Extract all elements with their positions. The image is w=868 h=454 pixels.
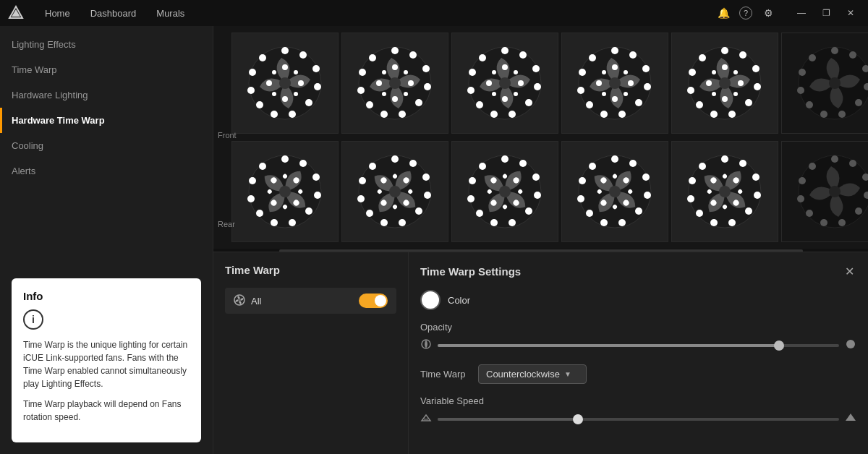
- svg-point-75: [579, 69, 586, 76]
- sidebar-item-time-warp[interactable]: Time Warp: [0, 57, 213, 82]
- svg-point-150: [357, 195, 365, 202]
- fan-cell-rear-3[interactable]: [451, 141, 558, 242]
- sidebar-item-alerts[interactable]: Alerts: [0, 158, 213, 184]
- fan-cell-front-3[interactable]: [451, 33, 558, 134]
- svg-point-12: [249, 69, 256, 76]
- rear-fan-row: [213, 137, 868, 249]
- speed-thumb[interactable]: [573, 414, 583, 424]
- svg-point-193: [579, 177, 586, 184]
- svg-point-239: [238, 299, 241, 301]
- time-warp-panel: Time Warp All: [213, 252, 409, 454]
- svg-point-73: [586, 101, 593, 108]
- sidebar-item-lighting-effects[interactable]: Lighting Effects: [0, 32, 213, 57]
- svg-point-213: [687, 195, 694, 202]
- svg-point-34: [369, 54, 376, 61]
- svg-point-145: [424, 192, 431, 199]
- close-button[interactable]: ✕: [839, 3, 862, 23]
- svg-point-205: [721, 155, 728, 163]
- svg-point-43: [382, 70, 386, 74]
- svg-point-14: [279, 77, 291, 89]
- opacity-thumb[interactable]: [774, 340, 784, 351]
- svg-point-37: [408, 80, 414, 86]
- sidebar-item-hardware-lighting[interactable]: Hardware Lighting: [0, 82, 213, 108]
- fan-cell-rear-1[interactable]: [231, 141, 339, 242]
- time-warp-panel-title: Time Warp: [225, 264, 396, 276]
- svg-point-54: [469, 69, 476, 76]
- fan-cell-rear-6[interactable]: [781, 141, 868, 242]
- restore-button[interactable]: ❐: [814, 3, 838, 23]
- svg-point-210: [728, 219, 736, 226]
- nav-dashboard[interactable]: Dashboard: [80, 0, 147, 26]
- variable-speed-label: Variable Speed: [420, 395, 856, 406]
- svg-point-237: [829, 186, 841, 197]
- svg-point-212: [696, 210, 703, 217]
- opacity-slider[interactable]: [438, 344, 839, 347]
- svg-point-63: [492, 92, 496, 96]
- svg-point-103: [733, 70, 738, 74]
- nav-home[interactable]: Home: [35, 0, 80, 26]
- svg-point-121: [281, 155, 289, 163]
- svg-point-115: [806, 101, 813, 108]
- svg-point-122: [299, 160, 307, 167]
- svg-point-51: [490, 111, 498, 118]
- fan-cell-rear-4[interactable]: [561, 141, 668, 242]
- svg-point-106: [712, 70, 716, 74]
- svg-point-129: [247, 195, 255, 202]
- fan-cell-front-1[interactable]: [231, 33, 339, 134]
- svg-point-96: [689, 69, 696, 76]
- content-area: Front Rear: [213, 26, 868, 454]
- channel-label: All: [251, 296, 353, 307]
- scrollbar-track[interactable]: [279, 249, 803, 252]
- svg-point-13: [259, 54, 266, 61]
- fan-cell-rear-5[interactable]: [671, 141, 778, 242]
- svg-point-49: [525, 99, 532, 106]
- fan-cell-front-5[interactable]: [671, 33, 778, 134]
- color-picker[interactable]: [420, 290, 441, 310]
- channel-toggle[interactable]: [359, 294, 388, 308]
- svg-point-27: [424, 83, 431, 90]
- svg-point-8: [289, 111, 296, 118]
- svg-point-142: [391, 155, 399, 163]
- settings-icon[interactable]: ⚙: [761, 6, 775, 20]
- settings-close-button[interactable]: ✕: [842, 264, 856, 278]
- svg-point-109: [849, 51, 856, 59]
- fan-cell-front-2[interactable]: [341, 33, 448, 134]
- svg-point-29: [399, 111, 406, 118]
- svg-point-30: [380, 111, 388, 118]
- svg-point-40: [404, 70, 408, 74]
- svg-point-167: [525, 207, 532, 215]
- svg-point-164: [519, 160, 527, 167]
- fan-cell-front-6[interactable]: [781, 33, 868, 134]
- minimize-button[interactable]: —: [790, 3, 813, 23]
- fan-cell-front-4[interactable]: [561, 33, 668, 134]
- sidebar-item-cooling[interactable]: Cooling: [0, 133, 213, 158]
- svg-point-100: [738, 80, 744, 86]
- notification-icon[interactable]: 🔔: [716, 6, 731, 20]
- bottom-panels: Time Warp All: [213, 252, 868, 454]
- sidebar-item-hardware-time-warp[interactable]: Hardware Time Warp: [0, 108, 213, 133]
- info-title: Info: [23, 290, 190, 302]
- info-icon: i: [23, 309, 43, 330]
- svg-point-97: [699, 54, 706, 61]
- svg-point-116: [797, 87, 804, 94]
- svg-point-227: [849, 160, 856, 167]
- svg-point-112: [855, 99, 862, 106]
- fan-cell-rear-2[interactable]: [341, 141, 448, 242]
- svg-point-56: [499, 77, 511, 89]
- svg-point-191: [586, 210, 593, 217]
- svg-point-185: [629, 160, 637, 167]
- time-warp-dropdown[interactable]: Counterclockwise ▼: [478, 364, 587, 384]
- opacity-row: Opacity: [420, 322, 856, 353]
- time-warp-selected-option: Counterclockwise: [486, 369, 560, 380]
- variable-speed-slider[interactable]: [438, 418, 839, 421]
- help-icon[interactable]: ?: [739, 7, 752, 20]
- channel-row[interactable]: All: [225, 288, 396, 314]
- svg-point-169: [490, 219, 498, 226]
- svg-point-102: [706, 80, 712, 86]
- svg-point-143: [409, 160, 417, 167]
- svg-point-11: [247, 87, 255, 94]
- svg-point-78: [612, 64, 618, 70]
- nav-murals[interactable]: Murals: [146, 0, 195, 26]
- svg-point-67: [629, 51, 637, 59]
- svg-point-24: [391, 47, 399, 54]
